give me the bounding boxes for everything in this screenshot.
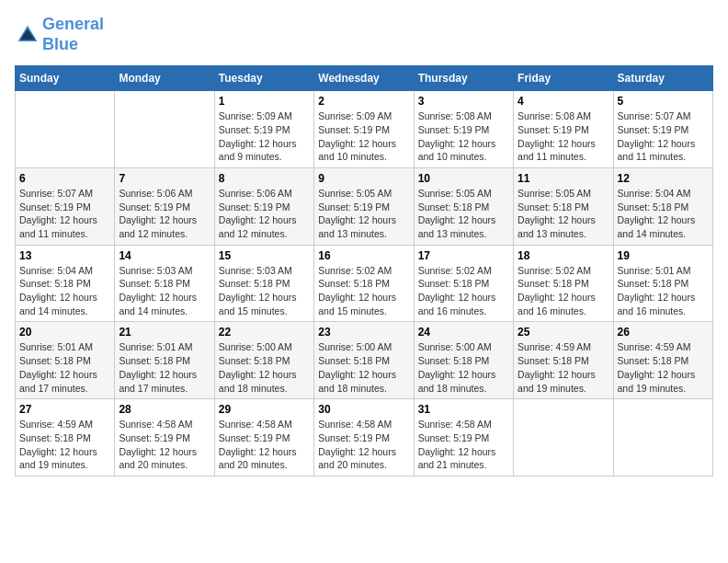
col-header-friday: Friday — [514, 66, 613, 91]
day-number: 19 — [618, 249, 709, 262]
day-info: Sunrise: 4:58 AMSunset: 5:19 PMDaylight:… — [119, 418, 210, 472]
day-info: Sunrise: 5:09 AMSunset: 5:19 PMDaylight:… — [318, 109, 409, 164]
day-info: Sunrise: 5:02 AMSunset: 5:18 PMDaylight:… — [418, 264, 509, 318]
logo-icon — [15, 22, 40, 48]
calendar-cell: 3Sunrise: 5:08 AMSunset: 5:19 PMDaylight… — [414, 91, 513, 168]
calendar-cell: 14Sunrise: 5:03 AMSunset: 5:18 PMDayligh… — [115, 245, 214, 322]
day-number: 18 — [518, 249, 609, 262]
calendar-cell: 31Sunrise: 4:58 AMSunset: 5:19 PMDayligh… — [414, 399, 513, 477]
day-info: Sunrise: 5:05 AMSunset: 5:18 PMDaylight:… — [418, 187, 509, 241]
day-info: Sunrise: 5:00 AMSunset: 5:18 PMDaylight:… — [318, 340, 409, 395]
col-header-monday: Monday — [115, 66, 214, 91]
calendar-cell: 24Sunrise: 5:00 AMSunset: 5:18 PMDayligh… — [414, 322, 513, 399]
col-header-sunday: Sunday — [16, 66, 115, 91]
day-number: 13 — [19, 249, 110, 262]
day-number: 1 — [219, 95, 310, 108]
calendar-cell: 15Sunrise: 5:03 AMSunset: 5:18 PMDayligh… — [214, 245, 313, 322]
calendar-cell: 17Sunrise: 5:02 AMSunset: 5:18 PMDayligh… — [414, 245, 513, 322]
day-number: 9 — [318, 172, 409, 185]
day-number: 25 — [518, 326, 609, 339]
day-number: 22 — [219, 326, 310, 339]
day-info: Sunrise: 5:02 AMSunset: 5:18 PMDaylight:… — [318, 264, 409, 318]
day-info: Sunrise: 5:06 AMSunset: 5:19 PMDaylight:… — [119, 187, 210, 241]
calendar-cell: 4Sunrise: 5:08 AMSunset: 5:19 PMDaylight… — [514, 91, 613, 168]
calendar-cell: 9Sunrise: 5:05 AMSunset: 5:19 PMDaylight… — [314, 167, 414, 245]
calendar-cell: 30Sunrise: 4:58 AMSunset: 5:19 PMDayligh… — [314, 399, 414, 477]
day-number: 31 — [418, 403, 509, 416]
day-info: Sunrise: 5:07 AMSunset: 5:19 PMDaylight:… — [19, 187, 110, 241]
col-header-wednesday: Wednesday — [314, 66, 414, 91]
calendar-cell: 19Sunrise: 5:01 AMSunset: 5:18 PMDayligh… — [613, 245, 712, 322]
day-number: 5 — [618, 95, 709, 108]
day-number: 10 — [418, 172, 509, 185]
day-info: Sunrise: 5:08 AMSunset: 5:19 PMDaylight:… — [418, 109, 509, 164]
calendar-cell: 28Sunrise: 4:58 AMSunset: 5:19 PMDayligh… — [115, 399, 214, 477]
day-number: 21 — [119, 326, 210, 339]
day-info: Sunrise: 5:08 AMSunset: 5:19 PMDaylight:… — [518, 109, 609, 164]
day-number: 7 — [119, 172, 210, 185]
day-info: Sunrise: 5:02 AMSunset: 5:18 PMDaylight:… — [518, 264, 609, 318]
calendar-cell: 1Sunrise: 5:09 AMSunset: 5:19 PMDaylight… — [214, 91, 313, 168]
day-number: 4 — [518, 95, 609, 108]
calendar-cell: 21Sunrise: 5:01 AMSunset: 5:18 PMDayligh… — [115, 322, 214, 399]
day-info: Sunrise: 5:04 AMSunset: 5:18 PMDaylight:… — [19, 264, 110, 318]
day-info: Sunrise: 4:59 AMSunset: 5:18 PMDaylight:… — [618, 340, 709, 395]
calendar-cell: 29Sunrise: 4:58 AMSunset: 5:19 PMDayligh… — [214, 399, 313, 477]
col-header-saturday: Saturday — [613, 66, 712, 91]
calendar-cell: 25Sunrise: 4:59 AMSunset: 5:18 PMDayligh… — [514, 322, 613, 399]
day-info: Sunrise: 4:58 AMSunset: 5:19 PMDaylight:… — [418, 418, 509, 472]
day-number: 14 — [119, 249, 210, 262]
day-info: Sunrise: 5:03 AMSunset: 5:18 PMDaylight:… — [219, 264, 310, 318]
day-info: Sunrise: 4:58 AMSunset: 5:19 PMDaylight:… — [318, 418, 409, 472]
day-info: Sunrise: 5:09 AMSunset: 5:19 PMDaylight:… — [219, 109, 310, 164]
day-info: Sunrise: 5:04 AMSunset: 5:18 PMDaylight:… — [618, 187, 709, 241]
calendar-cell: 22Sunrise: 5:00 AMSunset: 5:18 PMDayligh… — [214, 322, 313, 399]
calendar-cell: 2Sunrise: 5:09 AMSunset: 5:19 PMDaylight… — [314, 91, 414, 168]
day-info: Sunrise: 5:01 AMSunset: 5:18 PMDaylight:… — [618, 264, 709, 318]
calendar-cell: 5Sunrise: 5:07 AMSunset: 5:19 PMDaylight… — [613, 91, 712, 168]
day-number: 12 — [618, 172, 709, 185]
day-number: 6 — [19, 172, 110, 185]
col-header-thursday: Thursday — [414, 66, 513, 91]
calendar-cell: 16Sunrise: 5:02 AMSunset: 5:18 PMDayligh… — [314, 245, 414, 322]
day-number: 2 — [318, 95, 409, 108]
day-number: 3 — [418, 95, 509, 108]
day-number: 28 — [119, 403, 210, 416]
day-info: Sunrise: 4:59 AMSunset: 5:18 PMDaylight:… — [19, 418, 110, 472]
day-number: 24 — [418, 326, 509, 339]
day-number: 29 — [219, 403, 310, 416]
day-info: Sunrise: 5:01 AMSunset: 5:18 PMDaylight:… — [19, 340, 110, 395]
calendar-cell: 10Sunrise: 5:05 AMSunset: 5:18 PMDayligh… — [414, 167, 513, 245]
day-info: Sunrise: 4:59 AMSunset: 5:18 PMDaylight:… — [518, 340, 609, 395]
day-number: 8 — [219, 172, 310, 185]
calendar-cell — [613, 399, 712, 477]
day-number: 23 — [318, 326, 409, 339]
day-info: Sunrise: 5:05 AMSunset: 5:19 PMDaylight:… — [318, 187, 409, 241]
calendar-cell: 20Sunrise: 5:01 AMSunset: 5:18 PMDayligh… — [16, 322, 115, 399]
calendar-cell: 23Sunrise: 5:00 AMSunset: 5:18 PMDayligh… — [314, 322, 414, 399]
day-info: Sunrise: 5:00 AMSunset: 5:18 PMDaylight:… — [418, 340, 509, 395]
day-number: 15 — [219, 249, 310, 262]
calendar-cell: 13Sunrise: 5:04 AMSunset: 5:18 PMDayligh… — [16, 245, 115, 322]
calendar-cell — [16, 91, 115, 168]
calendar-cell: 6Sunrise: 5:07 AMSunset: 5:19 PMDaylight… — [16, 167, 115, 245]
day-info: Sunrise: 4:58 AMSunset: 5:19 PMDaylight:… — [219, 418, 310, 472]
calendar-cell: 26Sunrise: 4:59 AMSunset: 5:18 PMDayligh… — [613, 322, 712, 399]
day-number: 20 — [19, 326, 110, 339]
calendar-cell: 12Sunrise: 5:04 AMSunset: 5:18 PMDayligh… — [613, 167, 712, 245]
day-number: 26 — [618, 326, 709, 339]
day-info: Sunrise: 5:01 AMSunset: 5:18 PMDaylight:… — [119, 340, 210, 395]
day-info: Sunrise: 5:05 AMSunset: 5:18 PMDaylight:… — [518, 187, 609, 241]
day-number: 27 — [19, 403, 110, 416]
day-number: 11 — [518, 172, 609, 185]
col-header-tuesday: Tuesday — [214, 66, 313, 91]
day-info: Sunrise: 5:07 AMSunset: 5:19 PMDaylight:… — [618, 109, 709, 164]
calendar-cell: 11Sunrise: 5:05 AMSunset: 5:18 PMDayligh… — [514, 167, 613, 245]
calendar-table: SundayMondayTuesdayWednesdayThursdayFrid… — [15, 65, 713, 477]
calendar-cell — [514, 399, 613, 477]
calendar-cell: 18Sunrise: 5:02 AMSunset: 5:18 PMDayligh… — [514, 245, 613, 322]
page-header: General Blue — [15, 15, 713, 54]
calendar-cell: 27Sunrise: 4:59 AMSunset: 5:18 PMDayligh… — [16, 399, 115, 477]
calendar-cell — [115, 91, 214, 168]
logo: General Blue — [15, 15, 104, 54]
